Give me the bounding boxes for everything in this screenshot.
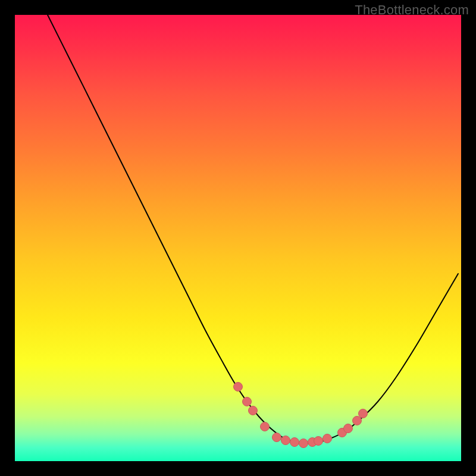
highlight-dot: [359, 409, 368, 418]
watermark-text: TheBottleneck.com: [355, 2, 469, 18]
highlight-dot: [314, 437, 323, 446]
highlight-dot: [234, 383, 243, 392]
highlight-dot: [323, 434, 332, 443]
highlight-dot: [299, 439, 308, 448]
highlight-dot: [353, 416, 362, 425]
highlight-dot: [281, 436, 290, 445]
chart-canvas: [15, 15, 461, 461]
highlight-dot: [249, 406, 258, 415]
bottleneck-curve: [48, 15, 458, 443]
highlight-dot: [261, 422, 270, 431]
highlight-dot: [290, 438, 299, 447]
highlight-dot: [243, 397, 252, 406]
highlight-dots: [234, 383, 368, 448]
highlight-dot: [344, 424, 353, 433]
highlight-dot: [273, 433, 281, 442]
bottleneck-plot: [15, 15, 461, 461]
